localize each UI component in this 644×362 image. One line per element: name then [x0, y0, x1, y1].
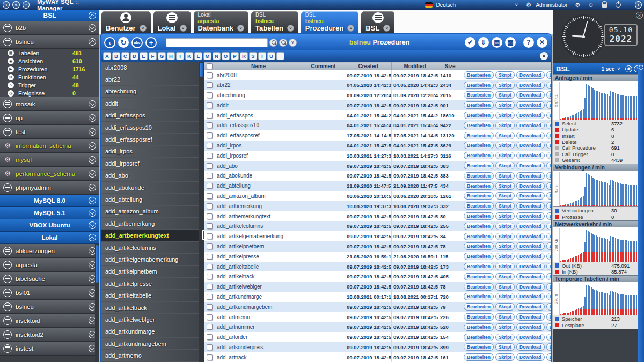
- power-icon[interactable]: [616, 2, 621, 8]
- add-icon[interactable]: +: [145, 37, 157, 48]
- action-bearbeiten-button[interactable]: Bearbeiten: [464, 132, 494, 139]
- column-header-created[interactable]: Created: [345, 62, 392, 70]
- action-download-button[interactable]: Download: [516, 283, 545, 291]
- action-download-button[interactable]: Download: [516, 82, 545, 89]
- action-bearbeiten-button[interactable]: Bearbeiten: [464, 172, 494, 180]
- letter-filter-n[interactable]: N: [213, 52, 221, 60]
- action-skript-button[interactable]: Skript: [495, 293, 515, 300]
- row-checkbox[interactable]: [207, 92, 213, 98]
- action-l-schen-button[interactable]: Löschen: [546, 192, 551, 200]
- letter-filter-b[interactable]: B: [112, 52, 120, 60]
- letter-filter-k[interactable]: K: [185, 52, 193, 60]
- action-l-schen-button[interactable]: Löschen: [546, 283, 551, 291]
- action-bearbeiten-button[interactable]: Bearbeiten: [464, 233, 494, 240]
- action-l-schen-button[interactable]: Löschen: [546, 112, 551, 119]
- letter-filter-o[interactable]: O: [222, 52, 230, 60]
- chevron-down-icon[interactable]: [89, 170, 96, 178]
- action-download-button[interactable]: Download: [516, 273, 545, 280]
- action-download-button[interactable]: Download: [516, 223, 545, 230]
- action-download-button[interactable]: Download: [516, 323, 545, 331]
- search-input[interactable]: [166, 38, 268, 47]
- tab-lokal[interactable]: Lokal×: [153, 11, 191, 34]
- action-skript-button[interactable]: Skript: [495, 202, 515, 210]
- action-skript-button[interactable]: Skript: [495, 283, 515, 291]
- list-item[interactable]: add_artikelpnetbem: [101, 266, 204, 278]
- list-item[interactable]: addi_erfasspos10: [101, 122, 204, 134]
- action-l-schen-button[interactable]: Löschen: [546, 233, 551, 240]
- action-skript-button[interactable]: Skript: [495, 122, 515, 129]
- letter-filter-blank[interactable]: [276, 52, 284, 60]
- list-item[interactable]: add_artbemerkung: [101, 218, 204, 230]
- action-skript-button[interactable]: Skript: [495, 112, 515, 119]
- action-download-button[interactable]: Download: [516, 253, 545, 260]
- user-settings-icon[interactable]: ⚙: [526, 1, 532, 9]
- action-skript-button[interactable]: Skript: [495, 182, 515, 190]
- sidebar-item-performance-schema[interactable]: ⚙performance_schema: [0, 167, 99, 181]
- sidebar-item-aquesta[interactable]: aquesta: [0, 258, 99, 272]
- action-bearbeiten-button[interactable]: Bearbeiten: [464, 353, 494, 361]
- row-checkbox[interactable]: [207, 223, 213, 229]
- sidebar-server-vbox-ubuntu[interactable]: VBOX Ubuntu: [0, 219, 99, 232]
- tab-datenbank[interactable]: LokalaquestaDatenbank×: [194, 11, 248, 34]
- row-checkbox[interactable]: [207, 334, 213, 340]
- action-skript-button[interactable]: Skript: [495, 273, 515, 280]
- row-checkbox[interactable]: [207, 254, 213, 260]
- chevron-up-icon[interactable]: [89, 38, 96, 46]
- letter-filter-c[interactable]: C: [121, 52, 129, 60]
- action-l-schen-button[interactable]: Löschen: [546, 172, 551, 180]
- help-icon[interactable]: ?: [523, 37, 534, 48]
- action-bearbeiten-button[interactable]: Bearbeiten: [464, 152, 494, 159]
- action-l-schen-button[interactable]: Löschen: [546, 293, 551, 300]
- panel-expand-icon[interactable]: ›: [635, 1, 642, 9]
- row-checkbox[interactable]: [207, 82, 213, 88]
- action-skript-button[interactable]: Skript: [495, 303, 515, 311]
- row-checkbox[interactable]: [207, 153, 213, 159]
- sidebar-item-phpmyadmin[interactable]: phpmyadmin: [0, 181, 99, 195]
- strip-toggle-icon[interactable]: [639, 65, 643, 70]
- action-download-button[interactable]: Download: [516, 334, 545, 341]
- action-download-button[interactable]: Download: [516, 152, 545, 159]
- row-checkbox[interactable]: [207, 163, 213, 169]
- tab-bsl[interactable]: BSL×: [361, 11, 394, 34]
- select-all-checkbox[interactable]: [207, 63, 213, 69]
- action-skript-button[interactable]: Skript: [495, 233, 515, 240]
- action-skript-button[interactable]: Skript: [495, 142, 515, 149]
- action-skript-button[interactable]: Skript: [495, 101, 515, 109]
- letter-filter-e[interactable]: E: [140, 52, 148, 60]
- action-bearbeiten-button[interactable]: Bearbeiten: [464, 242, 494, 250]
- sidebar-item-instest[interactable]: instest: [0, 342, 99, 356]
- action-skript-button[interactable]: Skript: [495, 192, 515, 200]
- alphabet-close-icon[interactable]: ×: [540, 52, 548, 60]
- chevron-down-icon[interactable]: [89, 128, 96, 136]
- action-bearbeiten-button[interactable]: Bearbeiten: [464, 122, 494, 129]
- list-item[interactable]: add_artikelweblger: [101, 314, 204, 326]
- action-l-schen-button[interactable]: Löschen: [546, 101, 551, 109]
- letter-filter-i[interactable]: I: [176, 52, 184, 60]
- chevron-down-icon[interactable]: [89, 209, 96, 217]
- sidebar-item-abkuerzungen[interactable]: abkuerzungen: [0, 244, 99, 258]
- action-bearbeiten-button[interactable]: Bearbeiten: [464, 112, 494, 119]
- action-bearbeiten-button[interactable]: Bearbeiten: [464, 71, 494, 79]
- row-checkbox[interactable]: [207, 122, 213, 128]
- tab-close-icon[interactable]: ×: [347, 25, 354, 32]
- tab-prozeduren[interactable]: BSLbslneuProzeduren×: [301, 11, 359, 34]
- confirm-icon[interactable]: ✔: [465, 37, 475, 48]
- advanced-search-icon[interactable]: [279, 39, 287, 47]
- action-l-schen-button[interactable]: Löschen: [546, 142, 551, 149]
- tab-tabellen[interactable]: BSLbslneuTabellen×: [251, 11, 298, 34]
- action-skript-button[interactable]: Skript: [495, 263, 515, 270]
- sidebar-item-test[interactable]: test: [0, 125, 99, 139]
- interval-select[interactable]: 1 sec: [601, 66, 614, 72]
- tab-close-icon[interactable]: ×: [180, 25, 187, 32]
- action-download-button[interactable]: Download: [516, 303, 545, 311]
- list-item[interactable]: add_artkundmargebem: [101, 338, 204, 350]
- list-item[interactable]: add_artikelpresse: [101, 278, 204, 290]
- action-l-schen-button[interactable]: Löschen: [546, 273, 551, 280]
- tab-close-icon[interactable]: ×: [287, 25, 294, 32]
- column-header-size[interactable]: Size: [438, 62, 462, 70]
- action-download-button[interactable]: Download: [516, 242, 545, 250]
- list-item[interactable]: addi_erfasspos: [101, 110, 204, 122]
- sidebar-item-mysql[interactable]: ⚙mysql: [0, 153, 99, 167]
- column-header-name[interactable]: Name: [215, 62, 302, 70]
- letter-filter-p[interactable]: P: [231, 52, 239, 60]
